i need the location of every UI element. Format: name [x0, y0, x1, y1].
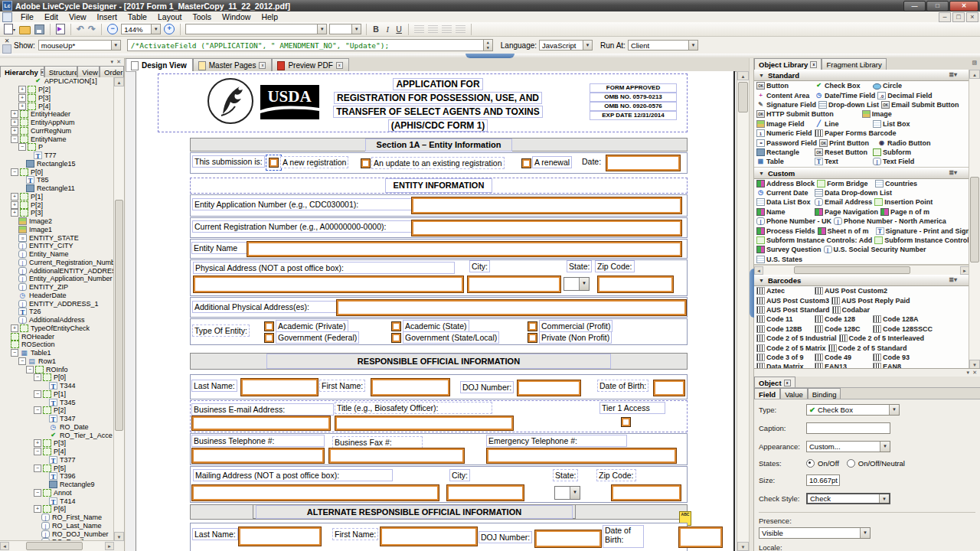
library-item-name[interactable]: Name	[754, 208, 812, 216]
ro-dob-field[interactable]	[653, 380, 685, 396]
section-menu-icon[interactable]: ≣▾	[949, 71, 957, 78]
type-of-entity-label[interactable]: Type Of Entity:	[192, 324, 250, 337]
tree-expander-icon[interactable]: −	[26, 366, 34, 373]
library-item-text[interactable]: TText	[812, 158, 871, 165]
presence-combo[interactable]: Visible▼	[759, 527, 871, 539]
library-item-image-field[interactable]: Image Field	[754, 120, 812, 128]
scroll-thumb[interactable]	[794, 266, 910, 274]
government-federal-label[interactable]: Government (Federal)	[276, 331, 359, 344]
tree-expander-icon[interactable]: −	[11, 168, 18, 176]
private-non-profit-checkbox[interactable]	[528, 333, 537, 343]
tree-expander-icon[interactable]: +	[11, 193, 18, 201]
ro-city-field[interactable]	[446, 484, 524, 501]
form-header-subform[interactable]: USDA APPLICATION FOR REGISTRATION FOR PO…	[158, 73, 688, 132]
library-item-table[interactable]: ▦Table	[754, 158, 812, 165]
tree-expander-icon[interactable]: +	[11, 324, 18, 332]
object-menu-icon[interactable]: ▾	[967, 370, 970, 376]
physical-address-field[interactable]	[193, 276, 464, 293]
library-item-radio-button[interactable]: ◉Radio Button	[875, 139, 933, 147]
menu-item-view[interactable]: View	[64, 11, 92, 22]
ro-mailing-label[interactable]: Mailing Address (NOT a post office box):	[193, 469, 393, 481]
library-item-print-button[interactable]: OKPrint Button	[817, 139, 875, 147]
tree-item-p-4[interactable]: +P[4]	[0, 102, 114, 110]
tree-expander-icon[interactable]: −	[18, 143, 26, 151]
tree-item-entity-name[interactable]: |Entity_Name	[0, 250, 114, 259]
library-item-phone-number-uk[interactable]: |Phone Number - UK	[754, 217, 831, 225]
tree-item-p-3[interactable]: +P[3]	[0, 439, 114, 448]
aro-section-header[interactable]: ALTERNATE RESPONSIBLE OFFICIAL INFORMATI…	[190, 504, 688, 520]
tab-object-library[interactable]: Object Library x	[754, 58, 822, 70]
library-item-data-list-box[interactable]: Data List Box	[754, 198, 812, 206]
ro-doj-number-label[interactable]: DOJ Number:	[460, 381, 514, 393]
entity-app-number-field[interactable]	[411, 197, 682, 214]
tab-fragment-library[interactable]: Fragment Library	[822, 58, 886, 70]
tab-close-icon[interactable]: x	[336, 62, 343, 69]
ro-state-label[interactable]: State:	[553, 469, 578, 481]
tab-tab-order[interactable]: Order	[100, 66, 124, 77]
academic-state-label[interactable]: Academic (State)	[403, 320, 469, 332]
tree-item-p-0[interactable]: −P[0]	[0, 168, 114, 176]
tree-item-t85[interactable]: TT85	[0, 176, 114, 184]
tree-item-entityheader[interactable]: +EntityHeader	[0, 110, 114, 119]
open-button[interactable]	[18, 23, 31, 35]
library-item-page-n-of-m[interactable]: Page n of m	[878, 208, 936, 216]
library-item-aus-post-custom3[interactable]: AUS Post Custom3	[754, 297, 829, 305]
hhs-logo-image[interactable]	[206, 76, 255, 126]
tree-item-p-2[interactable]: +P[2]	[0, 201, 114, 209]
library-item-aus-post-standard[interactable]: AUS Post Standard	[754, 306, 830, 314]
section-header-barcodes[interactable]: ▼Barcodes≣▾	[754, 275, 969, 286]
library-item-code-2-of-5-standard[interactable]: Code 2 of 5 Standard	[826, 344, 907, 352]
tree-item-ro-date[interactable]: ◷RO_Date	[0, 423, 114, 432]
tree-expander-icon[interactable]: −	[34, 489, 41, 497]
ro-zip-label[interactable]: Zip Code:	[596, 469, 636, 481]
additional-address-label[interactable]: Additional Physical Address(es):	[192, 301, 338, 313]
menu-item-layout[interactable]: Layout	[152, 11, 188, 22]
tree-expander-icon[interactable]: +	[18, 94, 26, 102]
tab-close-icon[interactable]: x	[259, 62, 266, 69]
commercial-profit-label[interactable]: Commercial (Profit)	[539, 320, 612, 332]
library-item-code-128a[interactable]: Code 128A	[871, 315, 929, 323]
type-combo[interactable]: ✔ Check Box ▼	[806, 404, 900, 416]
update-registration-label[interactable]: An update to an existing registration	[371, 157, 505, 169]
library-item-code-128b[interactable]: Code 128B	[754, 325, 812, 333]
library-item-u-s-states[interactable]: U.S. States	[754, 256, 812, 263]
ro-first-name-label[interactable]: First Name:	[319, 380, 365, 392]
tree-expander-icon[interactable]: −	[34, 448, 41, 455]
library-item-code-2-of-5-industrial[interactable]: Code 2 of 5 Industrial	[754, 334, 837, 342]
tree-item-entity-zip[interactable]: |ENTITY_ZIP	[0, 283, 114, 292]
section-menu-icon[interactable]: ≣▾	[949, 169, 957, 176]
library-item-code-2-of-5-matrix[interactable]: Code 2 of 5 Matrix	[754, 344, 826, 352]
menu-item-help[interactable]: Help	[256, 11, 283, 22]
zoom-combo[interactable]: 144%▼	[121, 24, 161, 34]
tree-item-p-0[interactable]: −P[0]	[0, 373, 114, 382]
library-item-survey-question[interactable]: Survey Question	[754, 246, 822, 253]
tree-item-ro-last-name[interactable]: |RO_Last_Name	[0, 522, 114, 530]
tree-item-additionalentity-address[interactable]: |AdditionalENTITY_ADDRESS	[0, 266, 114, 275]
tree-item-t347[interactable]: TT347	[0, 415, 114, 423]
collapse-triangle-icon[interactable]: ▼	[759, 278, 764, 283]
tree-item-p-3[interactable]: +P[3]	[0, 209, 114, 217]
ro-doj-number-field[interactable]	[517, 380, 581, 396]
type-of-entity-row[interactable]: Type Of Entity: Academic (Private) Gover…	[190, 318, 688, 345]
tree-item-p-2[interactable]: −P[2]	[0, 406, 114, 415]
library-item-address-block[interactable]: Address Block	[754, 180, 815, 187]
ro-dob-label[interactable]: Date of Birth:	[597, 380, 648, 392]
library-item-code-93[interactable]: Code 93	[871, 354, 929, 361]
ro-section-header[interactable]: RESPONSIBLE OFFICIAL INFORMATION	[190, 353, 688, 370]
tree-item-ro-tier-1-acce[interactable]: ✔RO_Tier_1_Acce	[0, 431, 114, 439]
library-item-reset-button[interactable]: OKReset Button	[812, 148, 871, 156]
tree-expander-icon[interactable]: −	[11, 135, 18, 143]
government-state-local-checkbox[interactable]	[391, 333, 401, 343]
renewal-label[interactable]: A renewal	[532, 156, 572, 168]
zoom-in-button[interactable]: +	[163, 23, 175, 35]
academic-private-checkbox[interactable]	[264, 321, 274, 331]
tree-item-p-6[interactable]: +P[6]	[0, 505, 114, 514]
aro-doj-number-field[interactable]	[534, 530, 602, 548]
ro-zip-field[interactable]	[611, 484, 681, 501]
current-reg-number-label[interactable]: Current Registration Number (e.g., A0000…	[192, 220, 413, 233]
ro-phone-field[interactable]	[191, 448, 325, 464]
tree-item-p[interactable]: −P	[0, 143, 114, 152]
ro-mailing-row[interactable]: Mailing Address (NOT a post office box):…	[190, 466, 688, 503]
ro-phone-label[interactable]: Business Telephone #:	[191, 435, 325, 447]
tree-expander-icon[interactable]: +	[11, 201, 18, 209]
